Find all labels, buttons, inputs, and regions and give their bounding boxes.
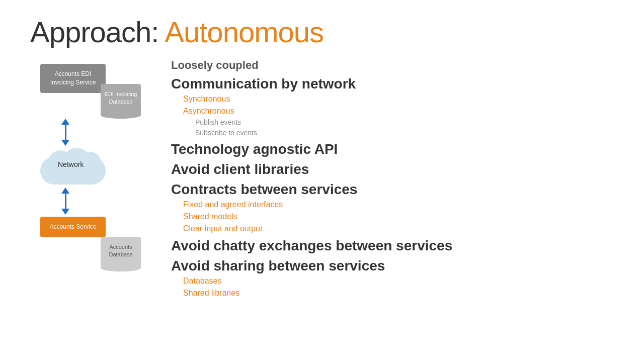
network-cloud: Network <box>40 148 106 186</box>
databases-item: Databases <box>183 275 614 287</box>
clear-input-item: Clear input and output <box>183 223 614 235</box>
subscribe-events-item: Subscribe to events <box>195 128 614 138</box>
accounts-service-group: Accounts Service <box>40 217 106 237</box>
avoid-client-heading: Avoid client libraries <box>171 161 614 177</box>
accounts-db-box: Accounts Database <box>101 237 141 264</box>
avoid-sharing-section: Avoid sharing between services Databases… <box>171 258 614 299</box>
communication-section: Communication by network Synchronous Asy… <box>171 76 614 138</box>
page-title: Approach: Autonomous <box>30 15 614 49</box>
technology-section: Technology agnostic API <box>171 141 614 158</box>
avoid-chatty-section: Avoid chatty exchanges between services <box>171 238 614 255</box>
title-highlight: Autonomous <box>165 16 324 48</box>
title-prefix: Approach: <box>30 16 165 48</box>
arrow-down-2 <box>50 188 80 215</box>
contracts-heading: Contracts between services <box>171 182 614 198</box>
technology-heading: Technology agnostic API <box>171 141 614 157</box>
avoid-client-section: Avoid client libraries <box>171 161 614 178</box>
contracts-section: Contracts between services Fixed and agr… <box>171 182 614 235</box>
edi-db-box: EDI Invoicing Database <box>101 84 141 112</box>
right-column: Loosely coupled Communication by network… <box>171 59 614 347</box>
publish-events-item: Publish events <box>195 117 614 128</box>
accounts-service-box: Accounts Service <box>40 217 106 237</box>
network-label: Network <box>58 160 84 168</box>
fixed-interfaces-item: Fixed and agreed interfaces <box>183 199 614 211</box>
loosely-coupled-heading: Loosely coupled <box>171 59 614 72</box>
page: Approach: Autonomous Accounts EDI Invoic… <box>0 0 644 362</box>
diagram-column: Accounts EDI Invoicing Service EDI Invoi… <box>30 59 151 347</box>
edi-service-group: Accounts EDI Invoicing Service <box>40 64 106 98</box>
content-row: Accounts EDI Invoicing Service EDI Invoi… <box>30 59 614 347</box>
avoid-sharing-heading: Avoid sharing between services <box>171 258 614 274</box>
accounts-db-group: Accounts Database <box>101 237 141 272</box>
accounts-edi-box: Accounts EDI Invoicing Service <box>40 64 106 93</box>
communication-heading: Communication by network <box>171 76 614 92</box>
top-group: Accounts EDI Invoicing Service EDI Invoi… <box>40 64 141 119</box>
asynchronous-item: Asynchronous <box>183 105 614 117</box>
edi-db-group: EDI Invoicing Database <box>101 84 141 119</box>
arrow-down-1 <box>50 119 80 146</box>
shared-models-item: Shared models <box>183 211 614 223</box>
avoid-chatty-heading: Avoid chatty exchanges between services <box>171 238 614 254</box>
bottom-group: Accounts Service Accounts Database <box>40 217 141 272</box>
synchronous-item: Synchronous <box>183 93 614 105</box>
shared-libraries-item: Shared libraries <box>183 287 614 299</box>
